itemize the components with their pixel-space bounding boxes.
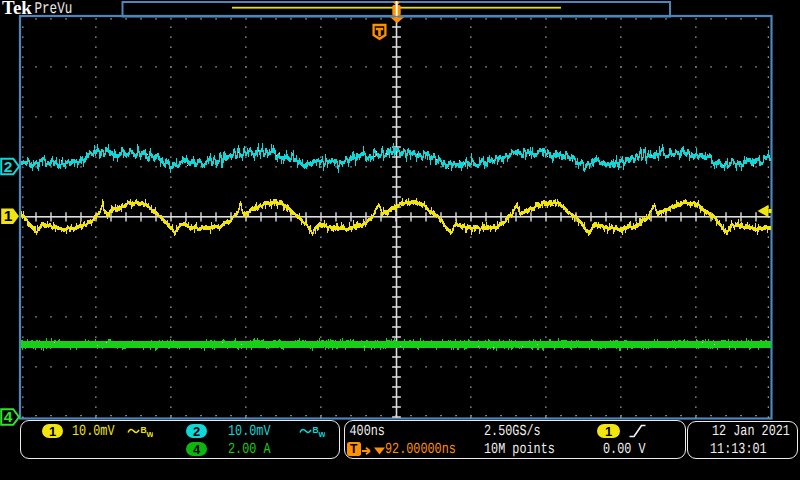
svg-text:2: 2 [4, 158, 13, 175]
svg-text:W: W [147, 430, 154, 439]
svg-text:1: 1 [4, 207, 13, 224]
svg-text:4: 4 [4, 408, 13, 425]
svg-text:W: W [319, 430, 326, 439]
